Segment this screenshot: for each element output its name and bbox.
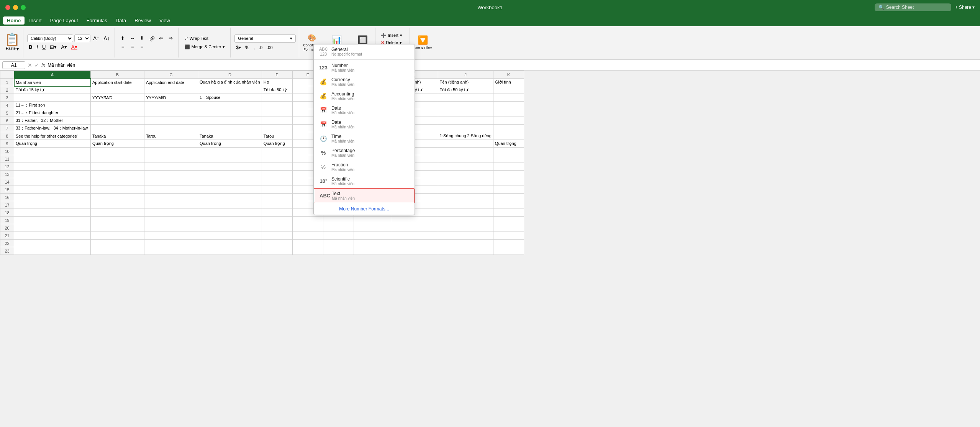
table-cell[interactable] bbox=[14, 171, 91, 178]
table-cell[interactable] bbox=[493, 94, 524, 102]
table-cell[interactable] bbox=[14, 148, 91, 155]
table-row[interactable]: 12 bbox=[0, 163, 524, 171]
table-cell[interactable] bbox=[438, 217, 493, 224]
table-cell[interactable] bbox=[438, 240, 493, 247]
table-cell[interactable]: YYYY/M/D bbox=[144, 94, 198, 102]
delete-button[interactable]: ✖ Delete ▾ bbox=[379, 39, 406, 46]
table-cell[interactable] bbox=[144, 148, 198, 155]
font-color-button[interactable]: A▾ bbox=[70, 43, 79, 51]
table-cell[interactable] bbox=[493, 178, 524, 186]
table-cell[interactable] bbox=[198, 102, 262, 109]
table-cell[interactable] bbox=[438, 194, 493, 201]
table-cell[interactable] bbox=[438, 209, 493, 217]
table-cell[interactable]: 33：Father-in-law、34：Mother-in-law bbox=[14, 125, 91, 132]
table-cell[interactable] bbox=[438, 224, 493, 232]
table-cell[interactable] bbox=[323, 194, 354, 201]
table-cell[interactable]: Quan trọng bbox=[91, 140, 144, 148]
table-cell[interactable]: Application end date bbox=[144, 79, 198, 86]
table-cell[interactable] bbox=[91, 117, 144, 125]
table-row[interactable]: 16 bbox=[0, 194, 524, 201]
table-cell[interactable] bbox=[392, 232, 438, 240]
table-cell[interactable]: 31：Father、32：Mother bbox=[14, 117, 91, 125]
table-cell[interactable]: Giới tính bbox=[493, 79, 524, 86]
table-cell[interactable] bbox=[493, 224, 524, 232]
sort-filter-area[interactable]: 🔽 Sort & Filter bbox=[414, 35, 432, 50]
table-cell[interactable] bbox=[262, 109, 292, 117]
maximize-button[interactable] bbox=[21, 5, 26, 10]
table-cell[interactable] bbox=[354, 102, 392, 109]
table-cell[interactable] bbox=[438, 155, 493, 163]
table-cell[interactable] bbox=[14, 224, 91, 232]
table-cell[interactable] bbox=[262, 178, 292, 186]
table-cell[interactable] bbox=[91, 155, 144, 163]
sheet-grid[interactable]: A B C D E F G H I J K 1Mã nhân viênAppli… bbox=[0, 71, 980, 427]
table-cell[interactable] bbox=[323, 140, 354, 148]
col-header-C[interactable]: C bbox=[144, 71, 198, 79]
table-cell[interactable] bbox=[14, 240, 91, 247]
table-cell[interactable]: See the help for other categories" bbox=[14, 132, 91, 140]
table-cell[interactable]: Quan trọng bbox=[198, 140, 262, 148]
table-cell[interactable] bbox=[354, 94, 392, 102]
table-row[interactable]: 521～：Eldest daughter bbox=[0, 109, 524, 117]
table-cell[interactable] bbox=[493, 155, 524, 163]
table-cell[interactable] bbox=[262, 148, 292, 155]
table-cell[interactable] bbox=[392, 217, 438, 224]
col-header-J[interactable]: J bbox=[438, 71, 493, 79]
table-cell[interactable] bbox=[493, 217, 524, 224]
italic-button[interactable]: I bbox=[35, 43, 39, 51]
menu-item-insert[interactable]: Insert bbox=[25, 16, 46, 25]
table-cell[interactable] bbox=[323, 109, 354, 117]
number-format-dropdown[interactable]: General ▾ bbox=[234, 34, 296, 43]
table-cell[interactable] bbox=[392, 125, 438, 132]
table-cell[interactable] bbox=[323, 132, 354, 140]
table-cell[interactable] bbox=[198, 125, 262, 132]
table-cell[interactable] bbox=[262, 163, 292, 171]
table-cell[interactable] bbox=[292, 186, 323, 194]
table-cell[interactable] bbox=[262, 224, 292, 232]
table-cell[interactable] bbox=[392, 224, 438, 232]
table-cell[interactable] bbox=[438, 163, 493, 171]
increase-decimal-button[interactable]: .00 bbox=[265, 44, 274, 51]
format-as-table-area[interactable]: 📊 Format as Table bbox=[323, 34, 350, 52]
table-cell[interactable] bbox=[292, 247, 323, 255]
table-cell[interactable] bbox=[144, 171, 198, 178]
table-cell[interactable] bbox=[292, 155, 323, 163]
table-cell[interactable] bbox=[144, 117, 198, 125]
table-row[interactable]: 22 bbox=[0, 240, 524, 247]
table-cell[interactable] bbox=[438, 94, 493, 102]
table-cell[interactable] bbox=[438, 171, 493, 178]
table-cell[interactable] bbox=[323, 117, 354, 125]
table-cell[interactable] bbox=[91, 125, 144, 132]
table-cell[interactable] bbox=[144, 102, 198, 109]
table-cell[interactable] bbox=[438, 125, 493, 132]
font-size-select[interactable]: 12 bbox=[74, 34, 90, 42]
table-cell[interactable] bbox=[144, 86, 198, 94]
table-cell[interactable] bbox=[392, 148, 438, 155]
table-cell[interactable]: 2: Nữ 3: Không rõ bbox=[354, 132, 392, 140]
table-cell[interactable] bbox=[392, 117, 438, 125]
table-cell[interactable] bbox=[262, 201, 292, 209]
bold-button[interactable]: B bbox=[27, 43, 34, 51]
table-row[interactable]: 411～：First son bbox=[0, 102, 524, 109]
fill-color-button[interactable]: A▾ bbox=[59, 43, 69, 51]
table-cell[interactable]: Ho (tiếng anh) bbox=[392, 79, 438, 86]
table-cell[interactable]: Quan hệ gia đình của nhân viên bbox=[198, 79, 262, 86]
menu-item-view[interactable]: View bbox=[156, 16, 174, 25]
table-cell[interactable] bbox=[292, 102, 323, 109]
table-cell[interactable] bbox=[493, 132, 524, 140]
table-cell[interactable] bbox=[91, 240, 144, 247]
table-cell[interactable] bbox=[144, 163, 198, 171]
align-bottom-button[interactable]: ⬇ bbox=[138, 34, 146, 42]
table-cell[interactable] bbox=[292, 163, 323, 171]
table-cell[interactable] bbox=[198, 171, 262, 178]
table-row[interactable]: 23 bbox=[0, 247, 524, 255]
table-cell[interactable] bbox=[91, 102, 144, 109]
table-cell[interactable] bbox=[323, 232, 354, 240]
table-row[interactable]: 15 bbox=[0, 186, 524, 194]
col-header-H[interactable]: H bbox=[354, 71, 392, 79]
table-cell[interactable] bbox=[292, 171, 323, 178]
table-cell[interactable]: Tanaka bbox=[198, 132, 262, 140]
table-row[interactable]: 13 bbox=[0, 171, 524, 178]
table-row[interactable]: 1Mã nhân viênApplication start dateAppli… bbox=[0, 79, 524, 86]
orient-button[interactable]: ab bbox=[146, 33, 157, 44]
